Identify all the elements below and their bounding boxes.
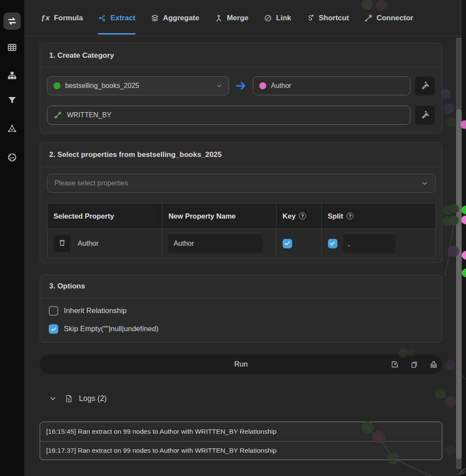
relationship-field[interactable]: WRITTEN_BY: [47, 106, 410, 125]
map-arrow-icon: [234, 80, 249, 92]
tab-label: Extract: [110, 14, 135, 22]
tab-formula[interactable]: ƒx Formula: [41, 0, 83, 36]
sidebar-item-filter[interactable]: [3, 92, 21, 109]
scrollbar-thumb[interactable]: [456, 109, 462, 459]
tab-shortcut[interactable]: Shortcut: [306, 0, 349, 36]
split-checkbox[interactable]: [328, 239, 337, 248]
trash-icon: [58, 238, 66, 248]
tab-extract[interactable]: Extract: [98, 0, 135, 36]
logs-header[interactable]: Logs (2): [40, 389, 107, 408]
swap-arrows-icon: [7, 16, 17, 26]
source-category-select[interactable]: bestselling_books_2025: [47, 76, 229, 95]
properties-select-placeholder: Please select properties: [54, 179, 128, 187]
target-category-field[interactable]: Author: [253, 76, 410, 95]
triangle-network-icon: [7, 123, 17, 134]
filter-funnel-icon: [7, 95, 17, 106]
skip-empty-option[interactable]: Skip Empty(""|null|undefined): [49, 324, 158, 334]
tab-connector[interactable]: Connector: [364, 0, 413, 36]
clean-broom-icon[interactable]: [429, 360, 438, 369]
chevron-down-icon: [421, 179, 428, 187]
shortcut-s-icon: [306, 14, 315, 22]
inherit-relationship-label: Inherit Relationship: [64, 307, 127, 315]
sidebar: [0, 0, 24, 476]
sidebar-item-transform[interactable]: [3, 13, 21, 30]
col-header-split: Split?: [322, 204, 435, 229]
extract-panel: ƒx Formula Extract Aggregate Merge Lin: [24, 0, 466, 476]
create-category-card: 1. Create Category bestselling_books_202…: [40, 43, 442, 134]
options-title: 3. Options: [40, 275, 442, 298]
selected-property-cell: Author: [47, 229, 162, 258]
select-properties-card: 2. Select properties from bestselling_bo…: [40, 142, 442, 263]
delete-property-button[interactable]: [54, 235, 71, 252]
sidebar-item-graph[interactable]: [3, 120, 21, 137]
ai-suggest-relationship-button[interactable]: [415, 106, 435, 125]
magic-wand-icon: [420, 81, 430, 91]
tab-label: Connector: [377, 14, 413, 22]
tab-label: Merge: [227, 14, 249, 22]
source-category-value: bestselling_books_2025: [65, 82, 139, 90]
log-file-icon: [64, 394, 73, 403]
relationship-value: WRITTEN_BY: [67, 111, 111, 119]
new-property-name-cell: [162, 229, 276, 258]
properties-table-header-row: Selected Property New Property Name Key?…: [47, 204, 435, 229]
relationship-bond-icon: [54, 111, 62, 119]
sitemap-icon: [7, 70, 17, 81]
properties-table: Selected Property New Property Name Key?…: [47, 203, 436, 258]
inherit-relationship-checkbox[interactable]: [49, 306, 58, 316]
link-circle-icon: [264, 14, 272, 22]
target-category-dot: [259, 82, 266, 89]
table-row: Author: [47, 229, 435, 258]
magic-wand-icon: [420, 110, 430, 121]
inherit-relationship-option[interactable]: Inherit Relationship: [49, 306, 127, 316]
col-header-new-property-name: New Property Name: [162, 204, 276, 229]
chevron-down-icon: [216, 82, 223, 89]
key-help-icon[interactable]: ?: [299, 213, 306, 219]
insert-note-icon[interactable]: [390, 360, 399, 369]
key-cell: [277, 229, 322, 258]
skip-empty-label: Skip Empty(""|null|undefined): [64, 325, 158, 333]
log-entry: [16:15:45] Ran extract on 99 nodes to Au…: [40, 422, 442, 441]
table-grid-icon: [7, 42, 17, 53]
properties-select[interactable]: Please select properties: [47, 174, 436, 193]
selected-property-value: Author: [78, 239, 99, 247]
globe-icon: [7, 152, 17, 163]
copy-icon[interactable]: [410, 360, 419, 369]
options-card: 3. Options Inherit Relationship Skip Emp…: [40, 275, 442, 343]
tab-label: Shortcut: [319, 14, 349, 22]
split-delimiter-input[interactable]: [343, 234, 396, 253]
target-category-value: Author: [271, 82, 291, 90]
select-properties-title: 2. Select properties from bestselling_bo…: [40, 143, 442, 167]
new-property-name-input[interactable]: [168, 234, 262, 253]
skip-empty-checkbox[interactable]: [49, 324, 58, 334]
logs-title: Logs (2): [79, 394, 107, 403]
key-checkbox[interactable]: [283, 239, 292, 248]
tab-label: Formula: [54, 14, 83, 22]
tool-tabbar: ƒx Formula Extract Aggregate Merge Lin: [24, 0, 466, 36]
create-category-title: 1. Create Category: [40, 44, 442, 68]
ai-suggest-category-button[interactable]: [415, 76, 435, 95]
split-help-icon[interactable]: ?: [346, 213, 353, 219]
tab-link[interactable]: Link: [264, 0, 291, 36]
logs-collapse-chevron-icon[interactable]: [49, 395, 57, 403]
merge-arrow-icon: [214, 14, 223, 22]
tab-label: Link: [276, 14, 291, 22]
graph-background-strip: [462, 0, 466, 476]
sidebar-item-table[interactable]: [3, 39, 21, 56]
run-button-label: Run: [40, 354, 442, 374]
tab-aggregate[interactable]: Aggregate: [151, 0, 199, 36]
log-entry: [16:17:37] Ran extract on 99 nodes to Au…: [40, 441, 442, 460]
logs-list: [16:15:45] Ran extract on 99 nodes to Au…: [40, 422, 442, 460]
split-cell: [322, 229, 435, 258]
sidebar-item-hierarchy[interactable]: [3, 67, 21, 84]
tab-merge[interactable]: Merge: [214, 0, 249, 36]
layers-icon: [151, 14, 159, 22]
tab-label: Aggregate: [163, 14, 199, 22]
extract-split-icon: [98, 14, 107, 22]
col-header-key: Key?: [277, 204, 322, 229]
col-header-selected-property: Selected Property: [47, 204, 162, 229]
source-category-dot: [54, 82, 60, 89]
sidebar-item-web[interactable]: [3, 149, 21, 166]
run-button[interactable]: Run: [40, 354, 442, 374]
formula-fx-icon: ƒx: [41, 14, 50, 22]
connector-icon: [364, 14, 373, 22]
